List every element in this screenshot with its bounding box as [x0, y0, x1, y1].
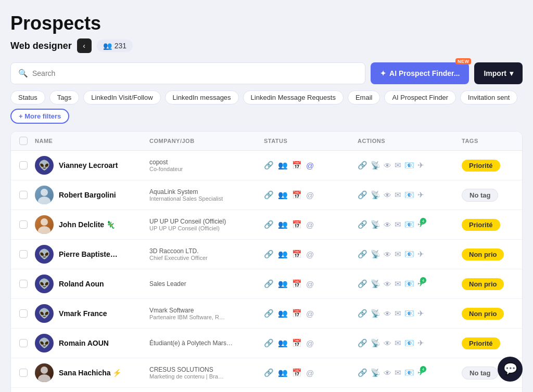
prospect-name[interactable]: Sana Hachicha ⚡: [59, 369, 122, 377]
action-rss-icon[interactable]: 📡: [371, 161, 380, 170]
action-send-icon[interactable]: ✈: [417, 190, 424, 200]
chat-button[interactable]: 💬: [498, 357, 523, 382]
tag-badge[interactable]: Non prio: [462, 308, 504, 320]
action-view-icon[interactable]: 👁: [384, 309, 391, 318]
action-msg-icon[interactable]: ✉: [395, 250, 401, 259]
tag-badge[interactable]: Non prio: [462, 278, 504, 290]
calendar-icon[interactable]: 📅: [292, 338, 302, 348]
action-msg-icon[interactable]: ✉: [395, 368, 401, 377]
filter-status[interactable]: Status: [10, 90, 45, 104]
action-view-icon[interactable]: 👁: [384, 339, 391, 348]
action-rss-icon[interactable]: 📡: [371, 250, 380, 259]
filter-email[interactable]: Email: [348, 90, 380, 104]
people-icon[interactable]: 👥: [278, 220, 288, 229]
prospect-name[interactable]: John Delclite 🦎: [59, 220, 115, 229]
action-rss-icon[interactable]: 📡: [371, 220, 380, 229]
action-send-icon[interactable]: ✈: [417, 309, 424, 318]
action-link-icon[interactable]: 🔗: [358, 190, 367, 200]
people-icon[interactable]: 👥: [278, 190, 288, 200]
action-rss-icon[interactable]: 📡: [371, 309, 380, 318]
row-checkbox[interactable]: [19, 339, 28, 347]
action-mail-icon[interactable]: 📧: [404, 250, 414, 259]
tag-badge[interactable]: Priorité: [462, 337, 500, 349]
select-all-checkbox[interactable]: [19, 137, 28, 145]
calendar-icon[interactable]: 📅: [292, 279, 302, 289]
ai-prospect-finder-button[interactable]: ✦ AI Prospect Finder... NEW: [371, 62, 469, 84]
email-icon[interactable]: @: [306, 369, 314, 377]
link-icon[interactable]: 🔗: [264, 220, 274, 229]
action-view-icon[interactable]: 👁: [384, 220, 391, 229]
import-button[interactable]: Import ▾: [474, 62, 523, 84]
action-mail-icon[interactable]: 📧: [404, 279, 414, 289]
email-icon[interactable]: @: [306, 250, 314, 259]
tag-badge[interactable]: Non prio: [462, 249, 504, 260]
row-checkbox[interactable]: [19, 191, 28, 199]
action-send-icon[interactable]: ✈: [417, 338, 424, 348]
calendar-icon[interactable]: 📅: [292, 250, 302, 259]
back-button[interactable]: ‹: [77, 38, 92, 53]
tag-badge[interactable]: Priorité: [462, 219, 500, 231]
calendar-icon[interactable]: 📅: [292, 190, 302, 200]
prospect-name[interactable]: Pierre Baptiste…: [59, 250, 118, 258]
people-icon[interactable]: 👥: [278, 250, 288, 259]
prospect-name[interactable]: Romain AOUN: [59, 339, 109, 347]
calendar-icon[interactable]: 📅: [292, 368, 302, 377]
row-checkbox[interactable]: [19, 369, 28, 377]
email-icon[interactable]: @: [306, 191, 314, 200]
people-icon[interactable]: 👥: [278, 338, 288, 348]
prospect-name[interactable]: Vianney Lecroart: [59, 161, 118, 169]
prospect-name[interactable]: Robert Bargolini: [59, 191, 116, 199]
email-icon[interactable]: @: [306, 161, 314, 170]
prospect-name[interactable]: Vmark France: [59, 309, 107, 318]
link-icon[interactable]: 🔗: [264, 250, 274, 259]
calendar-icon[interactable]: 📅: [292, 220, 302, 229]
more-filters-button[interactable]: + More filters: [10, 109, 69, 124]
email-icon[interactable]: @: [306, 309, 314, 318]
people-icon[interactable]: 👥: [278, 309, 288, 318]
search-input[interactable]: [32, 69, 358, 77]
action-msg-icon[interactable]: ✉: [395, 309, 401, 318]
link-icon[interactable]: 🔗: [264, 368, 274, 377]
tag-badge[interactable]: No tag: [462, 367, 498, 380]
email-icon[interactable]: @: [306, 339, 314, 348]
action-rss-icon[interactable]: 📡: [371, 368, 380, 377]
action-rss-icon[interactable]: 📡: [371, 279, 380, 289]
action-link-icon[interactable]: 🔗: [358, 309, 367, 318]
tag-badge[interactable]: Priorité: [462, 160, 500, 172]
action-mail-icon[interactable]: 📧: [404, 338, 414, 348]
people-icon[interactable]: 👥: [278, 368, 288, 377]
action-rss-icon[interactable]: 📡: [371, 338, 380, 348]
filter-linkedin-visit[interactable]: LinkedIn Visit/Follow: [83, 90, 160, 104]
action-view-icon[interactable]: 👁: [384, 161, 391, 170]
people-icon[interactable]: 👥: [278, 161, 288, 170]
people-icon[interactable]: 👥: [278, 279, 288, 289]
filter-ai-prospect[interactable]: AI Prospect Finder: [384, 90, 456, 104]
link-icon[interactable]: 🔗: [264, 338, 274, 348]
calendar-icon[interactable]: 📅: [292, 309, 302, 318]
action-msg-icon[interactable]: ✉: [395, 279, 401, 289]
action-mail-icon[interactable]: 📧: [404, 190, 414, 200]
action-link-icon[interactable]: 🔗: [358, 250, 367, 259]
action-view-icon[interactable]: 👁: [384, 369, 391, 377]
action-link-icon[interactable]: 🔗: [358, 338, 367, 348]
tag-badge[interactable]: No tag: [462, 189, 498, 202]
action-mail-icon[interactable]: 📧: [404, 161, 414, 170]
action-view-icon[interactable]: 👁: [384, 191, 391, 200]
link-icon[interactable]: 🔗: [264, 279, 274, 289]
row-checkbox[interactable]: [19, 220, 28, 229]
action-send-icon[interactable]: ✈: [417, 161, 424, 170]
action-msg-icon[interactable]: ✉: [395, 220, 401, 229]
action-rss-icon[interactable]: 📡: [371, 190, 380, 200]
prospect-name[interactable]: Roland Aoun: [59, 280, 104, 288]
action-mail-icon[interactable]: 📧: [404, 220, 414, 229]
action-msg-icon[interactable]: ✉: [395, 190, 401, 200]
action-link-icon[interactable]: 🔗: [358, 220, 367, 229]
filter-invitation-sent[interactable]: Invitation sent: [460, 90, 517, 104]
action-send-icon[interactable]: ✈4: [417, 279, 424, 289]
action-send-icon[interactable]: ✈: [417, 250, 424, 259]
action-link-icon[interactable]: 🔗: [358, 368, 367, 377]
action-mail-icon[interactable]: 📧: [404, 309, 414, 318]
link-icon[interactable]: 🔗: [264, 161, 274, 170]
action-msg-icon[interactable]: ✉: [395, 338, 401, 348]
filter-tags[interactable]: Tags: [49, 90, 79, 104]
